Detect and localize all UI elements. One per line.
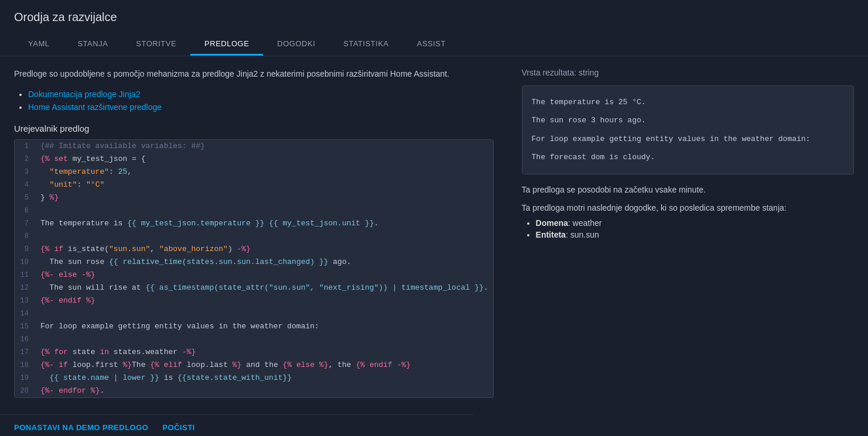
jinja2-docs-link[interactable]: Dokumentacija predloge Jinja2 [28,90,140,99]
line-num-19: 19 [15,372,36,384]
line-num-10: 10 [15,256,36,269]
line-content-10: The sun rose {{ relative_time(states.sun… [36,256,356,269]
clear-button[interactable]: POČISTI [162,423,195,432]
output-line-3: The sun rose 3 hours ago. [532,114,844,127]
tab-dogodki[interactable]: DOGODKI [263,33,329,56]
code-line-19: 19 {{ state.name | lower }} is {{state.s… [15,372,493,384]
code-line-3: 3 "temperature": 25, [15,166,493,178]
code-line-1: 1 {## Imitate available variables: ##} [15,140,493,153]
watch-key-domena: Domena [536,218,568,228]
watch-label: Ta predloga motri naslednje dogodke, ki … [522,203,854,212]
result-type-label: Vrsta rezultata: string [522,68,854,77]
line-num-6: 6 [15,204,36,217]
page-title: Orodja za razvijalce [14,11,854,24]
output-line-5: For loop example getting entity values i… [532,132,844,146]
code-line-6: 6 [15,204,493,217]
line-num-8: 8 [15,230,36,243]
result-output: The temperature is 25 °C. The sun rose 3… [522,85,854,174]
code-line-17: 17 {% for state in states.weather -%} [15,346,493,359]
tab-storitve[interactable]: STORITVE [122,33,190,56]
code-line-2: 2 {% set my_test_json = { [15,153,493,166]
code-line-5: 5 } %} [15,191,493,204]
code-line-11: 11 {%- else -%} [15,269,493,281]
code-line-18: 18 {%- if loop.first %}The {% elif loop.… [15,359,493,372]
line-content-1: {## Imitate available variables: ##} [36,140,210,153]
editor-label: Urejevalnik predlog [14,123,494,133]
watch-item-domena: Domena: weather [536,218,854,228]
line-num-4: 4 [15,178,36,191]
line-content-12: The sun will rise at {{ as_timestamp(sta… [36,281,493,294]
tab-assist[interactable]: ASSIST [403,33,460,56]
line-content-15: For loop example getting entity values i… [36,320,324,333]
description-text: Predloge so upodobljene s pomočjo mehani… [14,68,494,80]
line-content-13: {%- endif %} [36,294,100,307]
line-content-14 [36,307,50,320]
line-num-14: 14 [15,307,36,320]
line-num-13: 13 [15,294,36,307]
link-item-jinja2: Dokumentacija predloge Jinja2 [28,90,494,99]
line-content-5: } %} [36,191,63,204]
watch-item-entiteta: Entiteta: sun.sun [536,230,854,239]
line-num-3: 3 [15,166,36,178]
code-line-7: 7 The temperature is {{ my_test_json.tem… [15,217,493,230]
watch-value-entiteta: sun.sun [570,230,599,239]
line-content-17: {% for state in states.weather -%} [36,346,200,359]
code-line-16: 16 [15,333,493,346]
bottom-buttons: PONASTAVI NA DEMO PREDLOGO POČISTI [0,414,473,436]
code-line-15: 15 For loop example getting entity value… [15,320,493,333]
code-line-10: 10 The sun rose {{ relative_time(states.… [15,256,493,269]
code-line-13: 13 {%- endif %} [15,294,493,307]
link-item-ha: Home Assistant razširtvene predloge [28,102,494,112]
code-line-8: 8 [15,230,493,243]
line-content-8 [36,230,50,243]
update-info: Ta predloga se posodobi na začetku vsake… [522,184,854,196]
left-scrollable: Predloge so upodobljene s pomočjo mehani… [0,56,508,436]
tab-statistika[interactable]: STATISTIKA [329,33,402,56]
line-content-11: {%- else -%} [36,269,100,281]
links-list: Dokumentacija predloge Jinja2 Home Assis… [14,90,494,112]
header: Orodja za razvijalce YAML STANJA STORITV… [0,0,868,56]
tab-predloge[interactable]: PREDLOGE [190,33,263,56]
line-content-4: "unit": "°C" [36,178,109,191]
line-num-11: 11 [15,269,36,281]
ha-extensions-link[interactable]: Home Assistant razširtvene predloge [28,102,162,112]
line-content-19: {{ state.name | lower }} is {{state.stat… [36,372,296,384]
right-panel: Vrsta rezultata: string The temperature … [508,56,868,436]
line-content-6 [36,204,50,217]
line-num-9: 9 [15,243,36,256]
watch-list: Domena: weather Entiteta: sun.sun [522,218,854,239]
line-content-7: The temperature is {{ my_test_json.tempe… [36,217,383,230]
line-num-7: 7 [15,217,36,230]
code-line-4: 4 "unit": "°C" [15,178,493,191]
line-num-5: 5 [15,191,36,204]
line-content-18: {%- if loop.first %}The {% elif loop.las… [36,359,415,372]
tab-stanja[interactable]: STANJA [63,33,122,56]
line-num-1: 1 [15,140,36,153]
line-num-20: 20 [15,384,36,397]
line-content-16 [36,333,50,346]
line-num-16: 16 [15,333,36,346]
main-content: Predloge so upodobljene s pomočjo mehani… [0,56,868,436]
line-content-9: {% if is_state("sun.sun", "above_horizon… [36,243,255,256]
line-content-3: "temperature": 25, [36,166,136,178]
reset-button[interactable]: PONASTAVI NA DEMO PREDLOGO [14,423,148,432]
left-panel: Predloge so upodobljene s pomočjo mehani… [0,56,508,436]
line-content-2: {% set my_test_json = { [36,153,150,166]
output-line-1: The temperature is 25 °C. [532,95,844,109]
line-num-18: 18 [15,359,36,372]
line-num-2: 2 [15,153,36,166]
tab-yaml[interactable]: YAML [14,33,63,56]
watch-value-domena: weather [573,218,602,228]
code-editor[interactable]: 1 {## Imitate available variables: ##} 2… [14,139,494,398]
code-line-12: 12 The sun will rise at {{ as_timestamp(… [15,281,493,294]
code-line-20: 20 {%- endfor %}. [15,384,493,397]
code-line-9: 9 {% if is_state("sun.sun", "above_horiz… [15,243,493,256]
nav-tabs: YAML STANJA STORITVE PREDLOGE DOGODKI ST… [14,33,854,56]
line-num-15: 15 [15,320,36,333]
watch-key-entiteta: Entiteta [536,230,566,239]
output-line-7: The forecast dom is cloudy. [532,150,844,164]
line-num-17: 17 [15,346,36,359]
line-content-20: {%- endfor %}. [36,384,109,397]
line-num-12: 12 [15,281,36,294]
code-line-14: 14 [15,307,493,320]
